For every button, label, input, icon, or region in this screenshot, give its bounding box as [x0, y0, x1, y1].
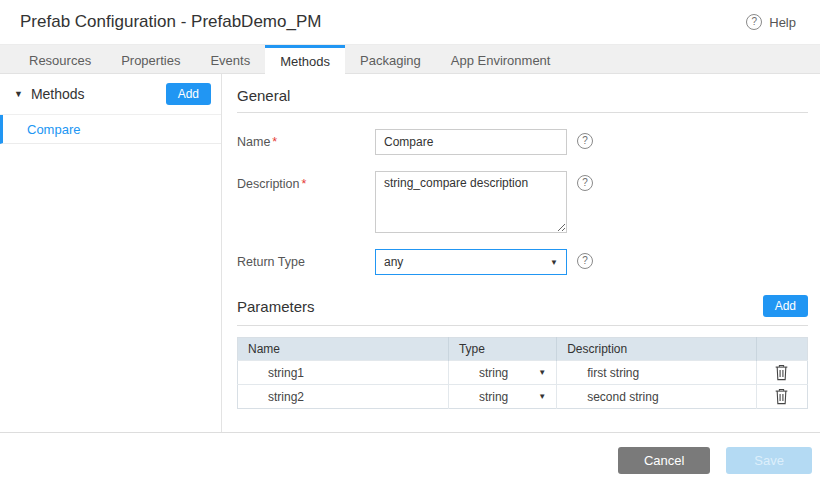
chevron-down-icon: ▼: [538, 368, 546, 377]
column-header-type: Type: [448, 338, 556, 361]
cancel-button[interactable]: Cancel: [618, 447, 710, 474]
description-textarea[interactable]: string_compare description: [375, 171, 567, 233]
return-type-select[interactable]: any ▼: [375, 249, 567, 275]
description-label: Description*: [237, 171, 375, 191]
parameter-type-select[interactable]: string ▼: [459, 390, 546, 404]
add-parameter-button[interactable]: Add: [763, 295, 808, 317]
save-button[interactable]: Save: [726, 447, 812, 474]
return-type-field-row: Return Type any ▼ ?: [237, 249, 808, 275]
prefab-configuration-dialog: Prefab Configuration - PrefabDemo_PM ? H…: [0, 0, 820, 488]
method-form: General Name* ? Description* string_comp…: [222, 74, 820, 432]
parameters-table-header-row: Name Type Description: [238, 338, 808, 361]
tab-events[interactable]: Events: [195, 45, 265, 73]
tab-resources[interactable]: Resources: [14, 45, 106, 73]
methods-sidebar: ▼ Methods Add Compare: [0, 74, 222, 432]
parameter-description-input[interactable]: second string: [567, 390, 746, 404]
parameter-description-input[interactable]: first string: [567, 366, 746, 380]
sidebar-section-label: Methods: [31, 86, 85, 102]
main-area: ▼ Methods Add Compare General Name* ?: [0, 74, 820, 432]
tab-bar: Resources Properties Events Methods Pack…: [0, 45, 820, 74]
name-input[interactable]: [375, 129, 567, 155]
tab-methods[interactable]: Methods: [265, 45, 345, 74]
tab-properties[interactable]: Properties: [106, 45, 195, 73]
help-link[interactable]: ? Help: [746, 14, 796, 30]
help-question-icon: ?: [746, 14, 762, 30]
parameter-type-select[interactable]: string ▼: [459, 366, 546, 380]
column-header-description: Description: [557, 338, 757, 361]
delete-parameter-button[interactable]: [770, 386, 793, 407]
column-header-name: Name: [238, 338, 449, 361]
chevron-down-icon: ▼: [538, 392, 546, 401]
sidebar-item-compare[interactable]: Compare: [0, 115, 221, 144]
return-type-help-icon[interactable]: ?: [577, 253, 593, 269]
add-method-button[interactable]: Add: [166, 83, 211, 105]
help-label: Help: [769, 15, 796, 30]
tab-packaging[interactable]: Packaging: [345, 45, 436, 73]
tab-app-environment[interactable]: App Environment: [436, 45, 566, 73]
trash-icon: [774, 388, 789, 405]
general-section-title: General: [237, 74, 808, 113]
parameters-header: Parameters Add: [237, 295, 808, 326]
name-label: Name*: [237, 129, 375, 149]
page-title: Prefab Configuration - PrefabDemo_PM: [20, 12, 321, 32]
dialog-footer: Cancel Save: [0, 432, 820, 488]
trash-icon: [774, 364, 789, 381]
parameter-row: string2 string ▼ second string: [238, 385, 808, 409]
name-field-row: Name* ?: [237, 129, 808, 155]
return-type-label: Return Type: [237, 249, 375, 269]
collapse-arrow-icon: ▼: [14, 89, 23, 99]
column-header-actions: [756, 338, 807, 361]
parameters-title: Parameters: [237, 298, 315, 315]
parameter-name-input[interactable]: string2: [248, 390, 438, 404]
sidebar-methods-header: ▼ Methods Add: [0, 74, 221, 115]
chevron-down-icon: ▼: [550, 258, 558, 267]
return-type-value: any: [384, 255, 403, 269]
description-field-row: Description* string_compare description …: [237, 171, 808, 233]
delete-parameter-button[interactable]: [770, 362, 793, 383]
required-marker: *: [302, 177, 307, 191]
sidebar-methods-toggle[interactable]: ▼ Methods: [14, 86, 85, 102]
parameter-name-input[interactable]: string1: [248, 366, 438, 380]
titlebar: Prefab Configuration - PrefabDemo_PM ? H…: [0, 0, 820, 45]
required-marker: *: [272, 135, 277, 149]
description-help-icon[interactable]: ?: [577, 175, 593, 191]
parameters-table: Name Type Description string1 string ▼: [237, 337, 808, 409]
parameter-row: string1 string ▼ first string: [238, 361, 808, 385]
name-help-icon[interactable]: ?: [577, 133, 593, 149]
